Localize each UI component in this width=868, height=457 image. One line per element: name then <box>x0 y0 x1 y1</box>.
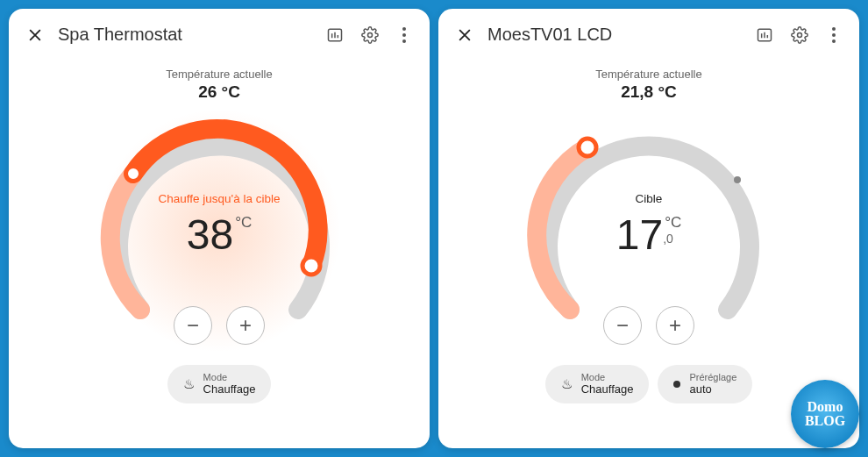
decrease-button[interactable]: − <box>174 306 212 345</box>
gauge-handle-end[interactable] <box>302 257 320 275</box>
card-header: Spa Thermostat <box>26 25 412 45</box>
temperature-gauge[interactable]: Chauffe jusqu'à la cible 38 °C − + <box>88 112 351 349</box>
svg-point-1 <box>368 32 373 37</box>
flame-icon: ♨ <box>183 376 195 392</box>
gauge-current-marker <box>734 176 741 183</box>
increase-button[interactable]: + <box>226 306 265 345</box>
status-text: Chauffe jusqu'à la cible <box>159 191 281 204</box>
thermostat-card-spa: Spa Thermostat Température actuelle 26 °… <box>9 9 430 448</box>
more-icon[interactable] <box>826 26 842 44</box>
card-header: MoesTV01 LCD <box>456 25 842 45</box>
target-temp-decimal: ,0 <box>663 231 673 245</box>
gear-icon[interactable] <box>361 26 379 44</box>
preset-chip[interactable]: Préréglage auto <box>658 365 752 403</box>
target-temp-unit: °C <box>665 213 681 231</box>
mode-label: Mode <box>203 372 256 383</box>
mode-label: Mode <box>581 372 634 383</box>
gear-icon[interactable] <box>791 26 808 44</box>
target-temp-unit: °C <box>235 213 252 230</box>
current-temp-label: Température actuelle <box>26 68 412 81</box>
mode-chip[interactable]: ♨ Mode Chauffage <box>167 365 272 403</box>
increase-button[interactable]: + <box>656 306 694 345</box>
close-icon[interactable] <box>26 26 44 44</box>
preset-label: Préréglage <box>689 372 736 383</box>
gauge-handle[interactable] <box>579 139 596 156</box>
gauge-handle-start[interactable] <box>126 167 140 181</box>
current-temp-label: Température actuelle <box>456 68 842 81</box>
preset-value: auto <box>689 383 736 396</box>
current-temp-value: 26 °C <box>26 82 412 102</box>
target-temp-value: 17 <box>616 213 663 255</box>
watermark-badge: Domo BLOG <box>791 380 859 448</box>
close-icon[interactable] <box>456 26 473 44</box>
temperature-gauge[interactable]: Cible 17 °C ,0 − + <box>517 112 780 349</box>
target-temp-value: 38 <box>187 213 233 255</box>
flame-icon: ♨ <box>561 376 573 392</box>
more-icon[interactable] <box>396 26 412 44</box>
current-temp-value: 21,8 °C <box>456 82 842 102</box>
mode-value: Chauffage <box>581 383 634 396</box>
history-icon[interactable] <box>326 26 344 44</box>
svg-point-3 <box>798 32 802 37</box>
decrease-button[interactable]: − <box>603 306 642 345</box>
thermostat-card-moes: MoesTV01 LCD Température actuelle 21,8 °… <box>438 9 859 448</box>
status-text: Cible <box>616 191 681 204</box>
history-icon[interactable] <box>756 26 773 44</box>
mode-chip[interactable]: ♨ Mode Chauffage <box>545 365 650 403</box>
dot-icon <box>673 381 680 388</box>
mode-value: Chauffage <box>203 383 256 396</box>
card-title: Spa Thermostat <box>58 25 312 45</box>
card-title: MoesTV01 LCD <box>487 25 742 45</box>
